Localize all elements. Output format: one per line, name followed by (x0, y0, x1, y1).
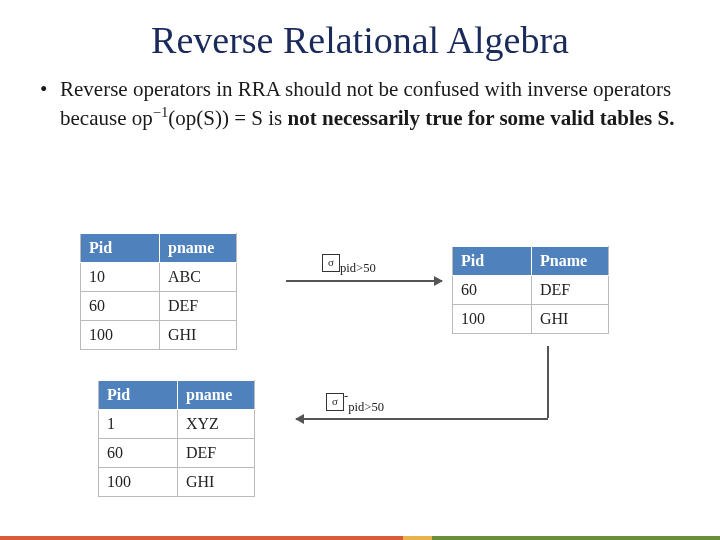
table-row: Pid Pname (453, 247, 609, 276)
bullet-bold: not necessarily true for some valid tabl… (288, 106, 675, 130)
col-header: Pid (81, 234, 160, 263)
slide: Reverse Relational Algebra Reverse opera… (0, 18, 720, 540)
table-output: Pid Pname 60DEF 100GHI (452, 246, 609, 334)
table-row: 100GHI (453, 305, 609, 334)
operator-subscript: pid>50 (348, 400, 384, 414)
table-row: Pid pname (99, 381, 255, 410)
operator-subscript: pid>50 (340, 261, 376, 275)
bullet-superscript: −1 (153, 104, 169, 120)
sigma-icon: σ (322, 254, 340, 272)
table-row: 100GHI (81, 321, 237, 350)
accent-bar (0, 536, 720, 540)
table-row: 60DEF (453, 276, 609, 305)
table-row: Pid pname (81, 234, 237, 263)
bullet-text-2: (op(S)) = S is (168, 106, 287, 130)
col-header: Pname (532, 247, 609, 276)
operator-sigma-inverse: σ-pid>50 (326, 388, 384, 415)
arrowhead-icon (434, 276, 443, 286)
page-title: Reverse Relational Algebra (0, 18, 720, 62)
table-input-a: Pid pname 10ABC 60DEF 100GHI (80, 233, 237, 350)
bullet-1: Reverse operators in RRA should not be c… (40, 76, 684, 132)
table-row: 1XYZ (99, 410, 255, 439)
table-row: 60DEF (81, 292, 237, 321)
col-header: pname (160, 234, 237, 263)
table-row: 60DEF (99, 439, 255, 468)
col-header: Pid (99, 381, 178, 410)
table-row: 10ABC (81, 263, 237, 292)
arrow-forward (286, 280, 442, 282)
table-row: 100GHI (99, 468, 255, 497)
operator-sigma: σpid>50 (322, 251, 376, 276)
col-header: pname (178, 381, 255, 410)
table-input-b: Pid pname 1XYZ 60DEF 100GHI (98, 380, 255, 497)
col-header: Pid (453, 247, 532, 276)
sigma-icon: σ (326, 393, 344, 411)
arrowhead-icon (295, 414, 304, 424)
